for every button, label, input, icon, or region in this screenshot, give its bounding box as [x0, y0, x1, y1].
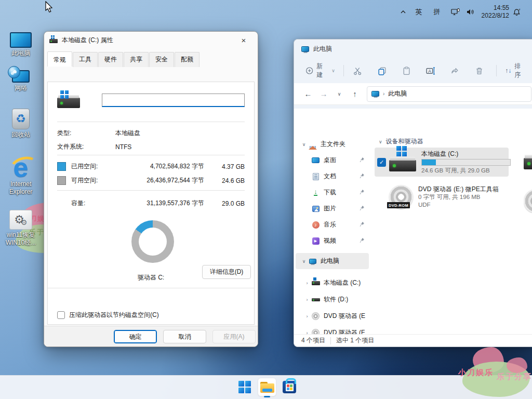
drive-tile-partial[interactable]	[524, 154, 532, 169]
tab-hardware[interactable]: 硬件	[98, 52, 123, 67]
drive-c-icon-large	[57, 90, 80, 108]
cut-button[interactable]	[348, 63, 367, 78]
used-space-swatch	[57, 162, 66, 171]
ime-mode-button[interactable]: 拼	[430, 0, 444, 24]
notification-center-button[interactable]: z	[509, 0, 525, 24]
desktop-icon-win11-restore[interactable]: ⚙⚙ win11恢复 WIN10经...	[1, 207, 41, 247]
cancel-button[interactable]: 取消	[163, 330, 206, 343]
clock-tray-button[interactable]: 14:55 2022/8/12	[477, 0, 509, 24]
apply-button[interactable]: 应用(A)	[212, 330, 256, 343]
taskbar-microsoft-store[interactable]	[280, 378, 299, 396]
chevron-down-icon: ∨	[331, 68, 335, 73]
drive-filesystem: UDF	[418, 201, 499, 209]
nav-item-desktop[interactable]: 桌面	[296, 152, 369, 168]
share-button[interactable]	[445, 63, 464, 78]
selection-checkbox[interactable]: ✓	[377, 158, 386, 167]
up-button[interactable]: ↑	[347, 89, 363, 98]
drive-tile-partial[interactable]	[524, 189, 532, 213]
volume-label-input[interactable]	[102, 94, 245, 107]
copy-button[interactable]	[373, 63, 392, 78]
drive-name: 本地磁盘 (C:)	[421, 150, 511, 158]
dvd-drive-icon	[311, 312, 320, 321]
paste-button[interactable]	[397, 63, 416, 78]
chevron-right-icon[interactable]: ›	[303, 314, 311, 319]
desktop-icon-network[interactable]: 网络	[1, 60, 41, 92]
drive-caption: 24.6 GB 可用, 共 29.0 GB	[421, 167, 511, 175]
volume-tray-button[interactable]	[463, 0, 477, 24]
nav-item-drive-d[interactable]: › 软件 (D:)	[296, 291, 369, 308]
chevron-down-icon[interactable]: ∨	[300, 259, 308, 264]
desktop-icon-internet-explorer[interactable]: e Internet Explorer	[1, 152, 41, 196]
compress-checkbox[interactable]	[57, 311, 65, 319]
explorer-titlebar[interactable]: 此电脑	[294, 39, 532, 58]
drive-caption: 0 字节 可用, 共 196 MB	[418, 193, 499, 201]
drive-c-icon	[311, 279, 320, 287]
chevron-right-icon[interactable]: ›	[303, 330, 311, 335]
new-button[interactable]: 新建 ∨	[301, 59, 339, 83]
start-button[interactable]	[235, 378, 254, 396]
svg-text:z: z	[518, 8, 520, 11]
svg-text:A: A	[428, 68, 431, 73]
capacity-row: 容量: 31,139,557,376 字节 29.0 GB	[57, 199, 245, 208]
recent-locations-button[interactable]: ∨	[331, 91, 347, 97]
desktop-folder-icon	[311, 156, 320, 165]
drive-d-icon	[311, 296, 320, 304]
back-button[interactable]: ←	[300, 89, 316, 98]
pictures-folder-icon	[311, 205, 320, 213]
chevron-right-icon[interactable]: ›	[303, 297, 311, 302]
desktop-icon-this-pc[interactable]: 此电脑	[1, 25, 41, 57]
gears-icon: ⚙⚙	[9, 210, 32, 230]
nav-item-downloads[interactable]: ↓ 下载	[296, 184, 369, 201]
this-pc-icon	[371, 91, 379, 97]
tray-show-hidden[interactable]	[396, 0, 410, 24]
ie-icon: e	[14, 156, 29, 179]
desktop-icon-recycle-bin[interactable]: ♻ 回收站	[1, 107, 41, 139]
details-button[interactable]: 详细信息(D)	[202, 265, 251, 279]
chevron-right-icon[interactable]: ›	[303, 281, 311, 286]
nav-item-videos[interactable]: ▶ 视频	[296, 233, 369, 249]
selected-count: 选中 1 个项目	[336, 336, 374, 345]
nav-item-documents[interactable]: 文档	[296, 168, 369, 184]
drive-tile-dvd-e[interactable]: DVD-ROM DVD 驱动器 (E:) 微PE工具箱 0 字节 可用, 共 1…	[375, 182, 509, 212]
taskbar-file-explorer[interactable]	[258, 378, 276, 396]
explorer-status-bar: 4 个项目 选中 1 个项目	[294, 334, 532, 347]
address-bar[interactable]: › 此电脑	[367, 86, 531, 102]
content-pane: ∨ 设备和驱动器 ✓ 本地磁盘 (C:) 24.6 GB 可用, 共 29.0 …	[370, 131, 532, 334]
close-button[interactable]: ×	[235, 34, 252, 46]
nav-item-dvd-f[interactable]: › DVD 驱动器 (F	[296, 325, 369, 334]
properties-dialog: 本地磁盘 (C:) 属性 × 常规 工具 硬件 共享 安全 配额 类型:本地磁盘…	[44, 31, 258, 347]
tab-tools[interactable]: 工具	[73, 52, 98, 67]
compress-checkbox-row[interactable]: 压缩此驱动器以节约磁盘空间(C)	[57, 311, 245, 320]
trash-icon	[475, 66, 484, 75]
tab-general[interactable]: 常规	[47, 51, 72, 66]
nav-item-music[interactable]: ♪ 音乐	[296, 217, 369, 233]
tab-quota[interactable]: 配额	[175, 52, 200, 67]
sort-button[interactable]: ↑↓ 排序	[501, 59, 530, 83]
type-row: 类型:本地磁盘	[57, 129, 245, 138]
network-icon	[12, 70, 30, 83]
section-header-devices-and-drives[interactable]: ∨ 设备和驱动器	[379, 137, 532, 146]
ok-button[interactable]: 确定	[114, 330, 157, 343]
delete-button[interactable]	[470, 63, 489, 78]
nav-item-dvd-e[interactable]: › DVD 驱动器 (E	[296, 308, 369, 324]
tab-sharing[interactable]: 共享	[124, 52, 149, 67]
dialog-titlebar[interactable]: 本地磁盘 (C:) 属性 ×	[44, 32, 258, 48]
rename-button[interactable]: A	[421, 63, 441, 78]
network-tray-button[interactable]	[448, 0, 462, 24]
tab-security[interactable]: 安全	[149, 52, 174, 67]
nav-item-drive-c[interactable]: › 本地磁盘 (C:)	[296, 275, 369, 291]
breadcrumb[interactable]: 此电脑	[388, 89, 407, 98]
explorer-window: 此电脑 新建 ∨ A	[294, 39, 532, 347]
chevron-down-icon[interactable]: ∨	[300, 142, 308, 147]
tray-time: 14:55	[482, 4, 509, 12]
nav-item-home[interactable]: ∨ 主文件夹	[296, 136, 369, 152]
folder-icon	[260, 382, 274, 393]
drive-tile-local-disk-c[interactable]: ✓ 本地磁盘 (C:) 24.6 GB 可用, 共 29.0 GB	[375, 148, 509, 177]
nav-item-pictures[interactable]: 图片	[296, 201, 369, 217]
explorer-chrome: 此电脑 新建 ∨ A	[294, 39, 532, 109]
nav-item-this-pc[interactable]: ∨ 此电脑	[296, 253, 369, 269]
forward-button[interactable]: →	[316, 89, 331, 98]
ime-language-button[interactable]: 英	[412, 0, 425, 24]
desktop-icon-label: 回收站	[11, 131, 30, 139]
free-space-swatch	[57, 176, 66, 185]
